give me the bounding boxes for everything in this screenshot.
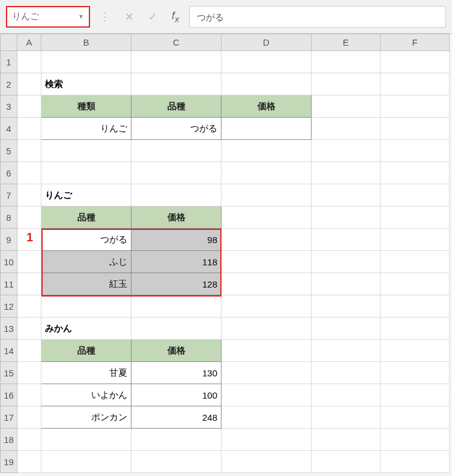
row-header[interactable]: 10 <box>1 251 17 273</box>
row-header[interactable]: 14 <box>1 340 17 362</box>
cell[interactable]: 248 <box>131 406 221 429</box>
callout-label-1: 1 <box>26 230 33 244</box>
cell[interactable]: みかん <box>41 318 131 340</box>
col-header[interactable]: D <box>221 34 312 51</box>
col-header[interactable]: F <box>381 34 450 51</box>
cell[interactable]: りんご <box>41 184 131 206</box>
col-header[interactable]: C <box>131 34 221 51</box>
row-header[interactable]: 11 <box>1 273 17 295</box>
row-header[interactable]: 16 <box>1 384 17 406</box>
spreadsheet-grid[interactable]: A B C D E F 1 2検索 3 種類 品種 価格 4 りんご つがる 5… <box>0 34 452 473</box>
cell[interactable]: 品種 <box>41 206 131 229</box>
row-header[interactable]: 4 <box>1 118 17 140</box>
cell[interactable]: 甘夏 <box>41 362 131 384</box>
cell[interactable]: 価格 <box>131 206 221 229</box>
cell[interactable]: 98 <box>131 229 221 251</box>
row-header[interactable]: 3 <box>1 95 17 118</box>
row-header[interactable]: 19 <box>1 451 17 473</box>
cell[interactable]: 価格 <box>221 95 312 118</box>
cell[interactable]: 118 <box>131 251 221 273</box>
row-header[interactable]: 8 <box>1 206 17 229</box>
row-header[interactable]: 15 <box>1 362 17 384</box>
cell[interactable]: つがる <box>41 229 131 251</box>
name-box[interactable]: りんご ▼ <box>6 6 90 28</box>
cell[interactable]: いよかん <box>41 384 131 406</box>
cell[interactable]: 品種 <box>131 95 221 118</box>
name-box-value: りんご <box>12 11 39 22</box>
cancel-icon[interactable]: ✕ <box>120 10 139 23</box>
cell[interactable]: 検索 <box>41 73 131 95</box>
cell[interactable]: 種類 <box>41 95 131 118</box>
row-header[interactable]: 13 <box>1 318 17 340</box>
cell[interactable]: つがる <box>131 118 221 140</box>
row-header[interactable]: 12 <box>1 295 17 318</box>
fx-icon[interactable]: fx <box>167 10 184 24</box>
cell[interactable]: 紅玉 <box>41 273 131 295</box>
row-header[interactable]: 5 <box>1 140 17 162</box>
row-header[interactable]: 9 <box>1 229 17 251</box>
row-header[interactable]: 6 <box>1 162 17 184</box>
formula-input[interactable]: つがる <box>189 6 446 28</box>
cell[interactable]: 品種 <box>41 340 131 362</box>
dots-icon: ⋮ <box>95 10 115 23</box>
col-header[interactable]: B <box>41 34 131 51</box>
row-header[interactable]: 17 <box>1 406 17 429</box>
col-header[interactable]: A <box>17 34 41 51</box>
cell[interactable]: 130 <box>131 362 221 384</box>
check-icon[interactable]: ✓ <box>143 10 162 23</box>
cell[interactable]: 100 <box>131 384 221 406</box>
cell[interactable] <box>221 118 312 140</box>
cell[interactable]: ふじ <box>41 251 131 273</box>
row-header[interactable]: 1 <box>1 51 17 73</box>
chevron-down-icon: ▼ <box>78 13 84 20</box>
select-all-corner[interactable] <box>1 34 17 51</box>
row-header[interactable]: 7 <box>1 184 17 206</box>
cell[interactable]: 128 <box>131 273 221 295</box>
row-header[interactable]: 18 <box>1 429 17 451</box>
formula-bar: りんご ▼ ⋮ ✕ ✓ fx つがる <box>0 0 452 34</box>
col-header[interactable]: E <box>312 34 381 51</box>
formula-text: つがる <box>197 12 224 22</box>
cell[interactable]: ポンカン <box>41 406 131 429</box>
cell[interactable]: りんご <box>41 118 131 140</box>
row-header[interactable]: 2 <box>1 73 17 95</box>
cell[interactable]: 価格 <box>131 340 221 362</box>
